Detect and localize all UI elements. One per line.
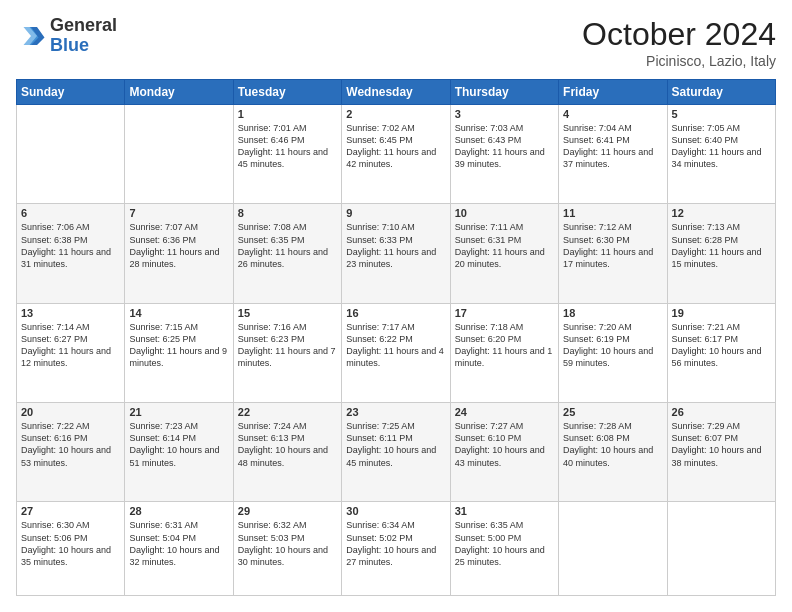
table-row: 10Sunrise: 7:11 AMSunset: 6:31 PMDayligh… [450,204,558,303]
logo: General Blue [16,16,117,56]
table-row: 29Sunrise: 6:32 AMSunset: 5:03 PMDayligh… [233,502,341,596]
col-saturday: Saturday [667,80,775,105]
table-row: 30Sunrise: 6:34 AMSunset: 5:02 PMDayligh… [342,502,450,596]
table-row: 6Sunrise: 7:06 AMSunset: 6:38 PMDaylight… [17,204,125,303]
table-row: 8Sunrise: 7:08 AMSunset: 6:35 PMDaylight… [233,204,341,303]
table-row: 11Sunrise: 7:12 AMSunset: 6:30 PMDayligh… [559,204,667,303]
table-row: 24Sunrise: 7:27 AMSunset: 6:10 PMDayligh… [450,403,558,502]
table-row: 31Sunrise: 6:35 AMSunset: 5:00 PMDayligh… [450,502,558,596]
col-friday: Friday [559,80,667,105]
table-row: 3Sunrise: 7:03 AMSunset: 6:43 PMDaylight… [450,105,558,204]
table-row: 26Sunrise: 7:29 AMSunset: 6:07 PMDayligh… [667,403,775,502]
title-block: October 2024 Picinisco, Lazio, Italy [582,16,776,69]
table-row: 28Sunrise: 6:31 AMSunset: 5:04 PMDayligh… [125,502,233,596]
col-wednesday: Wednesday [342,80,450,105]
col-tuesday: Tuesday [233,80,341,105]
table-row [667,502,775,596]
table-row: 17Sunrise: 7:18 AMSunset: 6:20 PMDayligh… [450,303,558,402]
table-row: 25Sunrise: 7:28 AMSunset: 6:08 PMDayligh… [559,403,667,502]
table-row: 16Sunrise: 7:17 AMSunset: 6:22 PMDayligh… [342,303,450,402]
table-row: 20Sunrise: 7:22 AMSunset: 6:16 PMDayligh… [17,403,125,502]
table-row: 27Sunrise: 6:30 AMSunset: 5:06 PMDayligh… [17,502,125,596]
table-row: 19Sunrise: 7:21 AMSunset: 6:17 PMDayligh… [667,303,775,402]
col-sunday: Sunday [17,80,125,105]
table-row: 23Sunrise: 7:25 AMSunset: 6:11 PMDayligh… [342,403,450,502]
logo-general: General [50,16,117,36]
table-row [17,105,125,204]
table-row: 13Sunrise: 7:14 AMSunset: 6:27 PMDayligh… [17,303,125,402]
table-row: 4Sunrise: 7:04 AMSunset: 6:41 PMDaylight… [559,105,667,204]
table-row: 2Sunrise: 7:02 AMSunset: 6:45 PMDaylight… [342,105,450,204]
calendar: Sunday Monday Tuesday Wednesday Thursday… [16,79,776,596]
logo-icon [16,21,46,51]
header: General Blue October 2024 Picinisco, Laz… [16,16,776,69]
table-row [125,105,233,204]
table-row: 21Sunrise: 7:23 AMSunset: 6:14 PMDayligh… [125,403,233,502]
calendar-header-row: Sunday Monday Tuesday Wednesday Thursday… [17,80,776,105]
location-subtitle: Picinisco, Lazio, Italy [582,53,776,69]
table-row: 9Sunrise: 7:10 AMSunset: 6:33 PMDaylight… [342,204,450,303]
table-row: 12Sunrise: 7:13 AMSunset: 6:28 PMDayligh… [667,204,775,303]
table-row: 5Sunrise: 7:05 AMSunset: 6:40 PMDaylight… [667,105,775,204]
table-row [559,502,667,596]
col-monday: Monday [125,80,233,105]
table-row: 22Sunrise: 7:24 AMSunset: 6:13 PMDayligh… [233,403,341,502]
col-thursday: Thursday [450,80,558,105]
table-row: 15Sunrise: 7:16 AMSunset: 6:23 PMDayligh… [233,303,341,402]
month-title: October 2024 [582,16,776,53]
table-row: 1Sunrise: 7:01 AMSunset: 6:46 PMDaylight… [233,105,341,204]
table-row: 7Sunrise: 7:07 AMSunset: 6:36 PMDaylight… [125,204,233,303]
logo-blue: Blue [50,36,117,56]
table-row: 18Sunrise: 7:20 AMSunset: 6:19 PMDayligh… [559,303,667,402]
logo-text: General Blue [50,16,117,56]
table-row: 14Sunrise: 7:15 AMSunset: 6:25 PMDayligh… [125,303,233,402]
